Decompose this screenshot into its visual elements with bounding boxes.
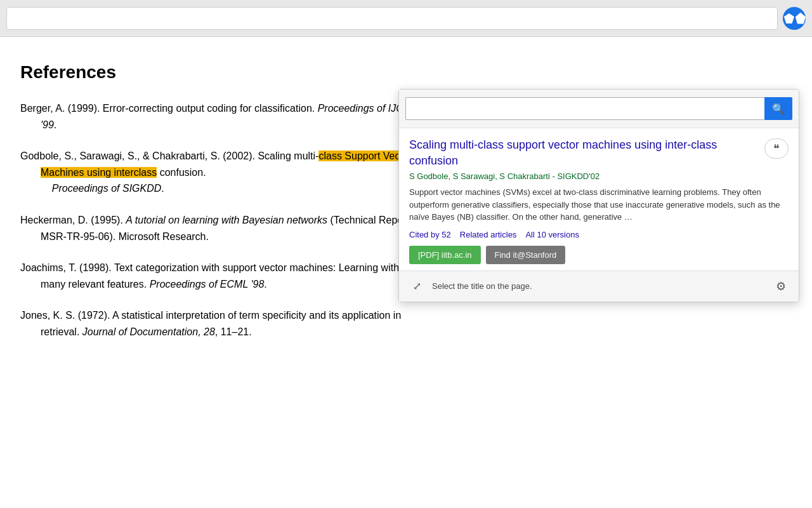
article-buttons: [PDF] iitb.ac.in Find it@Stanford — [409, 246, 789, 264]
article-abstract: Support vector machines (SVMs) excel at … — [409, 186, 789, 224]
extension-icon[interactable] — [783, 7, 806, 30]
expand-button[interactable]: ⤢ — [408, 277, 426, 295]
ref-godbole-text: Godbole, S., Sarawagi, S., & Chakrabarti… — [20, 150, 412, 194]
content-area: References Berger, A. (1999). Error-corr… — [0, 37, 812, 508]
footer-text: Select the title on the page. — [432, 281, 766, 291]
cited-by-link[interactable]: Cited by 52 — [409, 230, 451, 239]
article-links: Cited by 52 Related articles All 10 vers… — [409, 230, 789, 239]
article-authors: S Godbole, S Sarawagi, S Chakrabarti - S… — [409, 171, 789, 181]
related-articles-link[interactable]: Related articles — [460, 230, 517, 239]
all-versions-link[interactable]: All 10 versions — [525, 230, 579, 239]
scholar-popup: 🔍 Scaling multi-class support vector mac… — [398, 89, 799, 302]
cite-button[interactable]: ❝ — [764, 138, 789, 159]
popup-footer: ⤢ Select the title on the page. ⚙ — [399, 271, 799, 302]
list-item: Jones, K. S. (1972). A statistical inter… — [20, 307, 414, 340]
ref-heckerman-text: Heckerman, D. (1995). A tutorial on lear… — [20, 215, 409, 242]
popup-search-input[interactable] — [405, 97, 764, 120]
reference-list: Berger, A. (1999). Error-correcting outp… — [20, 100, 414, 340]
settings-button[interactable]: ⚙ — [772, 277, 790, 295]
list-item: Joachims, T. (1998). Text categorization… — [20, 260, 414, 292]
article-result: Scaling multi-class support vector machi… — [399, 128, 799, 271]
popup-search-button[interactable]: 🔍 — [764, 97, 792, 120]
address-bar: https://www.example.edu/paper.pdf — [0, 0, 812, 37]
ref-joachims-text: Joachims, T. (1998). Text categorization… — [20, 262, 399, 290]
svg-marker-0 — [784, 13, 794, 23]
ref-jones-text: Jones, K. S. (1972). A statistical inter… — [20, 310, 401, 337]
find-button[interactable]: Find it@Stanford — [486, 246, 566, 264]
article-title[interactable]: Scaling multi-class support vector machi… — [409, 137, 759, 169]
page-title: References — [20, 62, 792, 83]
popup-search-row: 🔍 — [399, 90, 799, 128]
highlight-text: class Support Vector Machines using inte… — [41, 150, 412, 178]
list-item: Berger, A. (1999). Error-correcting outp… — [20, 100, 414, 133]
ref-berger-text: Berger, A. (1999). Error-correcting outp… — [20, 103, 413, 130]
article-title-row: Scaling multi-class support vector machi… — [409, 137, 789, 169]
list-item: Heckerman, D. (1995). A tutorial on lear… — [20, 212, 414, 244]
pdf-button[interactable]: [PDF] iitb.ac.in — [409, 246, 481, 264]
search-icon: 🔍 — [772, 103, 785, 115]
list-item: Godbole, S., Sarawagi, S., & Chakrabarti… — [20, 148, 414, 197]
url-input[interactable]: https://www.example.edu/paper.pdf — [6, 7, 778, 30]
